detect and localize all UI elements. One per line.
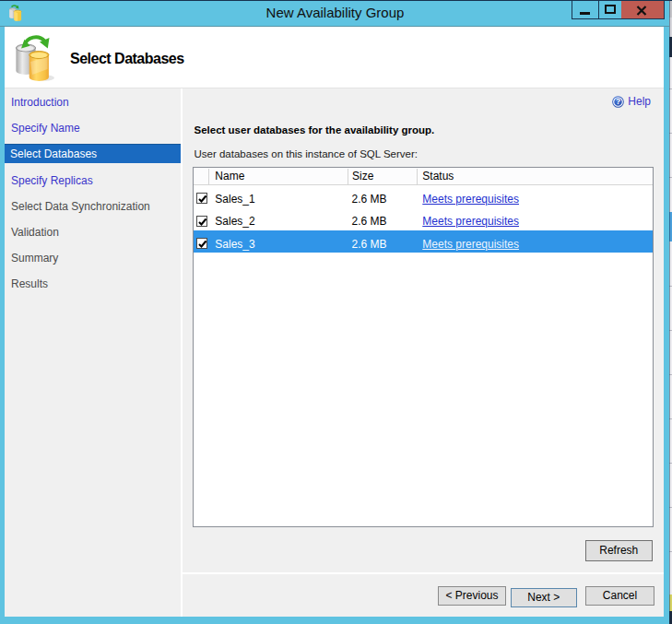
svg-text:?: ? (616, 97, 620, 106)
